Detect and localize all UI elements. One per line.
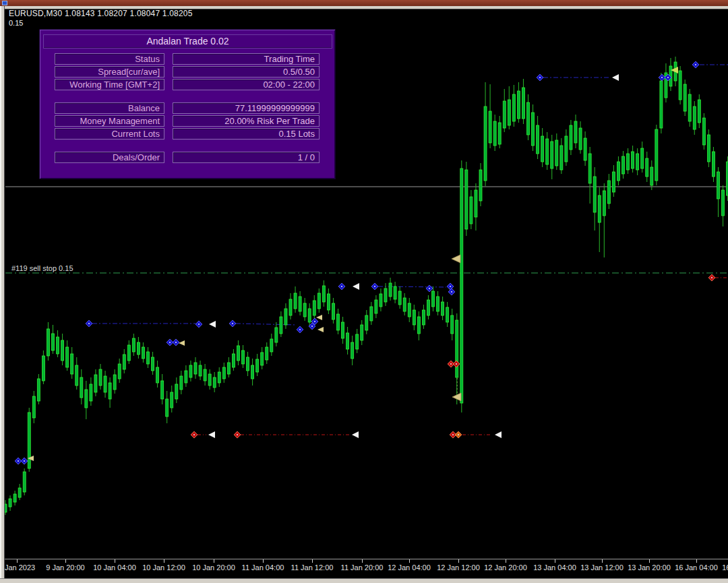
candle-body [503, 101, 506, 128]
candle-body [370, 307, 373, 321]
candle-body [132, 338, 135, 352]
candle-body [270, 339, 273, 352]
candle-body [636, 154, 639, 170]
time-axis[interactable]: 9 Jan 20239 Jan 20:0010 Jan 04:0010 Jan … [0, 563, 728, 576]
time-axis-label: 11 Jan 04:00 [242, 563, 284, 572]
candle-body [707, 135, 710, 162]
yellow-arrow-icon [316, 315, 322, 320]
candle-body [375, 300, 377, 313]
candle-body [156, 367, 159, 383]
candle-body [142, 347, 144, 359]
candle-body [275, 328, 278, 342]
time-axis-label: 16 Jan 12:00 [722, 563, 728, 572]
white-arrow-icon [495, 431, 502, 438]
candle-body [222, 367, 225, 379]
candle-body [422, 310, 425, 325]
marker-dot [88, 323, 90, 324]
marker-dot [450, 286, 451, 287]
row-label: Working Time [GMT+2] [55, 79, 164, 90]
candle-body [232, 354, 235, 367]
candle-body [498, 123, 501, 144]
row-label: Money Management [55, 115, 164, 127]
time-axis-tick [649, 559, 650, 563]
candle-body [204, 369, 206, 381]
candle-body [171, 392, 173, 408]
time-axis-label: 10 Jan 12:00 [142, 563, 185, 572]
candle-body [627, 154, 630, 170]
marker-dot [451, 291, 452, 293]
time-axis-ticks [0, 559, 728, 563]
row-value: 02:00 - 22:00 [173, 79, 320, 90]
candle-body [593, 177, 596, 212]
candle-body [560, 146, 563, 170]
candle-body [284, 309, 287, 325]
pending-order-label: #119 sell stop 0.15 [11, 264, 73, 272]
candle-body [588, 154, 591, 183]
ea-panel-title: Andalan Trade 0.02 [43, 34, 332, 49]
candle-body [342, 322, 344, 338]
candle-body [113, 375, 116, 390]
candle-body [456, 320, 458, 377]
candle-body [607, 181, 610, 204]
marker-dot [539, 77, 541, 78]
marker-dot [450, 363, 452, 365]
time-axis-tick [602, 559, 603, 563]
white-arrow-icon [208, 431, 215, 438]
panel-row-balance: Balance 77.11999999999999 [40, 102, 336, 114]
candle-body [437, 297, 439, 311]
marker-dot [175, 342, 177, 343]
time-axis-label: 11 Jan 12:00 [291, 563, 334, 572]
candle-body [9, 499, 11, 507]
candle-body [442, 302, 444, 315]
mt4-chart-window: EURUSD,M30 1.08143 1.08207 1.08047 1.082… [0, 0, 728, 583]
candle-body [90, 384, 92, 401]
candle-body [508, 100, 510, 125]
candle-body [332, 303, 334, 319]
candle-body [446, 307, 449, 322]
candle-body [555, 140, 558, 166]
candle-body [57, 337, 59, 354]
candle-body [427, 300, 429, 315]
time-axis-label: 13 Jan 04:00 [533, 563, 576, 572]
time-axis-label: 9 Jan 2023 [0, 563, 35, 572]
candle-body [317, 293, 320, 309]
order-line-blue [236, 324, 297, 325]
candle-body [460, 168, 463, 403]
candle-body [451, 315, 454, 334]
time-axis-tick [506, 559, 506, 563]
candle-body [242, 350, 245, 364]
candle-body [394, 286, 396, 299]
time-axis-tick [164, 559, 164, 563]
candle-body [218, 372, 220, 383]
white-arrow-icon [612, 74, 619, 81]
white-arrow-icon [352, 431, 359, 438]
candle-body [688, 94, 691, 121]
panel-row-spread: Spread[cur/ave] 0.5/0.50 [40, 66, 336, 78]
candle-body [403, 298, 406, 311]
marker-dot [374, 286, 375, 287]
window-border-bottom [0, 578, 728, 583]
candle-body [365, 315, 368, 330]
time-axis-tick [214, 559, 214, 563]
candle-body [175, 384, 178, 399]
candle-body [565, 136, 568, 162]
candle-body [484, 106, 487, 181]
marker-dot [429, 288, 430, 289]
candle-body [208, 374, 211, 386]
candle-body [712, 152, 715, 177]
candle-body [650, 167, 653, 185]
candle-body [94, 375, 97, 392]
time-axis-label: 16 Jan 04:00 [675, 563, 718, 572]
candle-body [598, 195, 601, 222]
candle-body [227, 363, 230, 374]
time-axis-label: 12 Jan 12:00 [437, 563, 480, 572]
yellow-arrow-icon [179, 340, 185, 346]
candle-body [47, 329, 49, 356]
candle-body [537, 125, 539, 154]
candle-body [584, 138, 586, 160]
candle-body [85, 390, 88, 408]
candle-body [147, 352, 150, 364]
candle-body [413, 310, 415, 325]
candle-body [679, 71, 681, 100]
marker-dot [193, 434, 195, 435]
